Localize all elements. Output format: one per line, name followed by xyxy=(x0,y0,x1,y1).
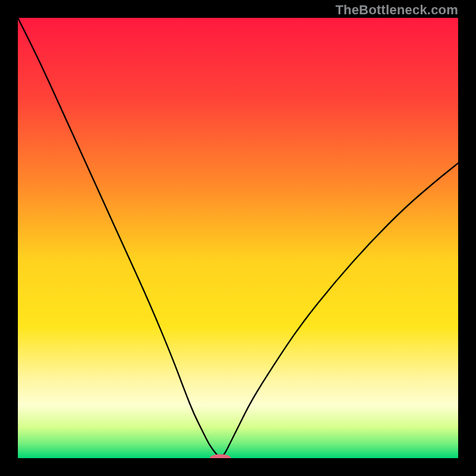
chart-svg xyxy=(18,18,458,458)
gradient-background xyxy=(18,18,458,458)
watermark-text: TheBottleneck.com xyxy=(336,2,458,18)
plot-area xyxy=(18,18,458,458)
chart-frame: TheBottleneck.com xyxy=(0,0,476,476)
